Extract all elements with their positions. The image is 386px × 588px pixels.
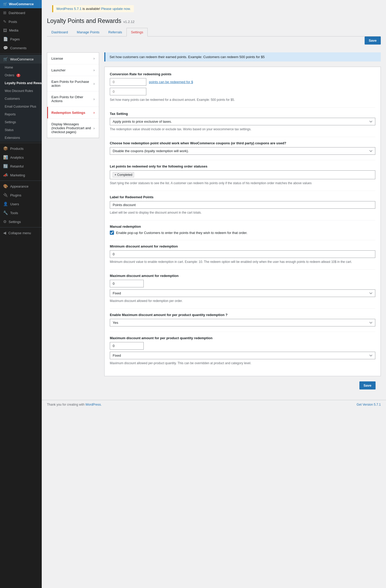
panel-item-display-messages[interactable]: Display Messages (Includes Product/cart … xyxy=(47,119,99,138)
tab-settings[interactable]: Settings xyxy=(126,28,148,36)
max-per-qty-label: Maximum discount amount for per product … xyxy=(110,336,375,340)
tax-setting-group: Tax Setting Apply points to price exclus… xyxy=(110,112,375,132)
sidebar-item-customers[interactable]: Customers xyxy=(0,95,42,103)
sidebar: 🛒 WooCommerce ⊞ Dashboard ✎ Posts 🖼 Medi… xyxy=(0,0,42,588)
sidebar-label-home: Home xyxy=(5,66,13,69)
chevron-earn-purchase: › xyxy=(93,82,95,86)
sidebar-item-appearance[interactable]: 🎨 Appearance xyxy=(0,182,42,191)
sidebar-item-email-customizer[interactable]: Email Customizer Plus xyxy=(0,103,42,110)
tax-setting-select[interactable]: Apply points to price exclusive of taxes… xyxy=(110,118,375,125)
sidebar-logo-label: WooCommerce xyxy=(9,2,34,6)
sidebar-item-comments[interactable]: 💬 Comments xyxy=(0,44,42,52)
divider-min xyxy=(110,269,375,270)
tax-setting-desc: The redemption value should include or e… xyxy=(110,127,375,132)
sidebar-item-posts[interactable]: ✎ Posts xyxy=(0,17,42,26)
manual-redemption-group: Manual redemption Enable pop-up for Cust… xyxy=(110,225,375,235)
woocommerce-logo[interactable]: 🛒 WooCommerce xyxy=(0,0,42,8)
max-per-qty-input[interactable] xyxy=(110,342,144,350)
sidebar-item-home[interactable]: Home xyxy=(0,64,42,71)
sidebar-item-extensions[interactable]: Extensions xyxy=(0,134,42,142)
max-discount-type-select[interactable]: Fixed Percentage xyxy=(110,289,375,297)
footer-version-link[interactable]: Get Version 5.7.1 xyxy=(357,403,381,406)
max-per-qty-type-select[interactable]: Fixed Percentage xyxy=(110,352,375,359)
divider-3 xyxy=(0,181,42,181)
sidebar-label-email-customizer: Email Customizer Plus xyxy=(5,105,36,108)
sidebar-item-users[interactable]: 👤 Users xyxy=(0,200,42,208)
sidebar-item-plugins[interactable]: 🔌 Plugins xyxy=(0,191,42,200)
divider-2 xyxy=(0,143,42,143)
sidebar-item-status[interactable]: Status xyxy=(0,126,42,134)
notice-update-link[interactable]: Please update now. xyxy=(101,7,131,11)
manual-redemption-label: Manual redemption xyxy=(110,225,375,228)
conversion-rate-row2 xyxy=(110,88,375,95)
max-per-qty-row xyxy=(110,342,375,350)
panel-item-redemption[interactable]: Redemption Settings › xyxy=(47,107,99,119)
sidebar-item-marketing[interactable]: 📣 Marketing xyxy=(0,171,42,180)
sidebar-item-dashboard[interactable]: ⊞ Dashboard xyxy=(0,8,42,17)
sidebar-label-loyalty: Loyalty Points and Rewards xyxy=(5,81,46,85)
wp-version-link[interactable]: WordPress 5.7.1 xyxy=(56,7,82,11)
min-discount-group: Minimum discount amount for redemption M… xyxy=(110,244,375,264)
woocommerce-icon: 🛒 xyxy=(3,2,7,6)
conversion-rate-label: Conversion Rate for redeeming points xyxy=(110,72,375,76)
order-statuses-group: Let points be redeemed only for the foll… xyxy=(110,164,375,185)
manual-redemption-checkbox[interactable] xyxy=(110,231,114,235)
settings-card: Conversion Rate for redeeming points poi… xyxy=(104,67,381,376)
conversion-points-input[interactable] xyxy=(110,78,146,86)
manual-redemption-checkbox-label: Enable pop-up for Customers to enter the… xyxy=(116,231,248,235)
save-button-top[interactable]: Save xyxy=(365,36,381,45)
max-discount-label: Maximum discount amount for redemption xyxy=(110,274,375,278)
sidebar-item-media[interactable]: 🖼 Media xyxy=(0,26,42,35)
tab-dashboard[interactable]: Dashboard xyxy=(47,28,73,36)
save-button-bottom[interactable]: Save xyxy=(359,381,376,389)
footer-wp-link[interactable]: WordPress. xyxy=(85,403,101,406)
tab-manage-points[interactable]: Manage Points xyxy=(73,28,104,36)
conversion-link[interactable]: points can be redeemed for $ xyxy=(149,80,193,84)
sidebar-item-pages[interactable]: 📄 Pages xyxy=(0,35,42,44)
max-discount-input[interactable] xyxy=(110,280,144,287)
divider-max xyxy=(110,308,375,309)
sidebar-item-settings-main[interactable]: ⚙ Settings xyxy=(0,217,42,226)
order-statuses-desc: Start tying the order statuses to see th… xyxy=(110,181,375,185)
sidebar-label-dashboard: Dashboard xyxy=(9,11,25,15)
sidebar-item-tools[interactable]: 🔧 Tools xyxy=(0,208,42,217)
sidebar-item-retainful[interactable]: 🔄 Retainful xyxy=(0,162,42,171)
panel-item-earn-other[interactable]: Earn Points for Other Actions › xyxy=(47,91,99,107)
panel-label-redemption: Redemption Settings xyxy=(51,111,85,115)
sidebar-item-collapse[interactable]: ◀ Collapse menu xyxy=(0,228,42,237)
min-discount-input[interactable] xyxy=(110,250,375,258)
sidebar-item-products[interactable]: 📦 Products xyxy=(0,144,42,153)
sidebar-item-reports[interactable]: Reports xyxy=(0,110,42,118)
manual-redemption-row: Enable pop-up for Customers to enter the… xyxy=(110,231,375,235)
enable-max-per-qty-select[interactable]: Yes No xyxy=(110,319,375,326)
label-redeemed-input[interactable] xyxy=(110,201,375,209)
sidebar-item-orders[interactable]: Orders 7 xyxy=(0,71,42,79)
order-statuses-input[interactable]: × Completed xyxy=(110,170,375,179)
divider-coupon xyxy=(110,160,375,160)
sidebar-item-settings-woo[interactable]: Settings xyxy=(0,118,42,126)
conversion-dollars-input[interactable] xyxy=(110,88,146,95)
conversion-rate-row1: points can be redeemed for $ xyxy=(110,78,375,86)
sidebar-label-woocommerce: WooCommerce xyxy=(10,57,34,61)
woo-submenu: Home Orders 7 Loyalty Points and Rewards… xyxy=(0,64,42,142)
sidebar-item-woocommerce[interactable]: 🛒 WooCommerce xyxy=(0,55,42,64)
panel-label-display-messages: Display Messages (Includes Product/cart … xyxy=(51,122,93,134)
products-icon: 📦 xyxy=(3,146,8,151)
panel-item-launcher[interactable]: Launcher › xyxy=(47,64,99,76)
sidebar-label-plugins: Plugins xyxy=(10,193,21,197)
sidebar-item-loyalty[interactable]: Loyalty Points and Rewards xyxy=(0,79,42,87)
max-per-qty-group: Maximum discount amount for per product … xyxy=(110,336,375,366)
panel-item-earn-purchase[interactable]: Earn Points for Purchase action › xyxy=(47,76,99,91)
chevron-license: › xyxy=(93,56,95,60)
conversion-rate-group: Conversion Rate for redeeming points poi… xyxy=(110,72,375,102)
sidebar-label-settings-woo: Settings xyxy=(5,120,16,124)
tag-completed[interactable]: × Completed xyxy=(113,172,134,177)
coupon-setting-select[interactable]: Disable the coupons (loyalty redemption … xyxy=(110,147,375,155)
panel-item-license[interactable]: License › xyxy=(47,53,99,64)
tab-referrals[interactable]: Referrals xyxy=(104,28,126,36)
order-statuses-label: Let points be redeemed only for the foll… xyxy=(110,164,375,168)
sidebar-item-analytics[interactable]: 📊 Analytics xyxy=(0,153,42,162)
chevron-display-messages: › xyxy=(93,126,95,130)
sidebar-label-retainful: Retainful xyxy=(10,164,23,168)
sidebar-item-woo-discount[interactable]: Woo Discount Rules xyxy=(0,87,42,95)
